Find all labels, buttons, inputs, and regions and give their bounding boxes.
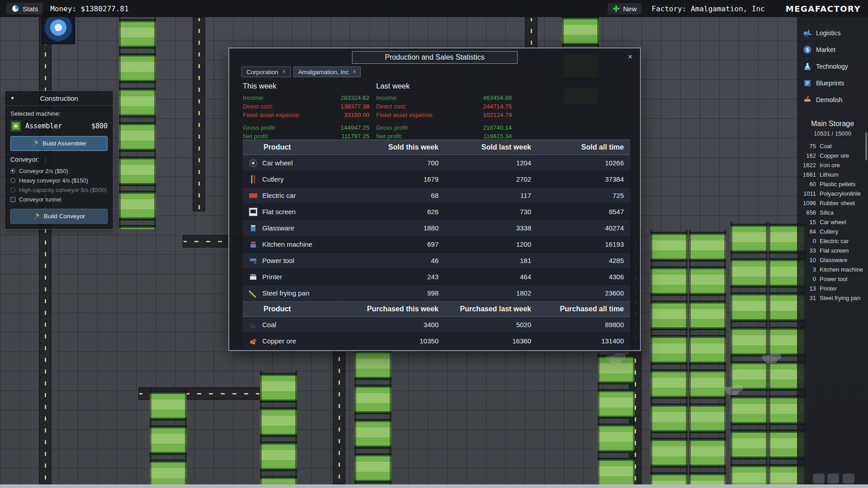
storage-row: 33Flat screen <box>797 246 868 255</box>
collapse-arrow-icon[interactable]: ▼ <box>10 95 15 101</box>
sold-this-week-value: 998 <box>352 289 445 297</box>
product-name: Glassware <box>262 224 294 232</box>
stats-button[interactable]: Stats <box>6 3 43 14</box>
sidebar-item-logistics[interactable]: Logistics <box>797 24 868 41</box>
storage-row: 15Car wheel <box>797 217 868 227</box>
product-name: Power tool <box>262 257 294 264</box>
storage-row: 1096Rubber sheet <box>797 198 868 208</box>
sold-row-steel-frying-pan: Steel frying pan 998 1802 23600 <box>243 285 630 301</box>
build-conveyor-button[interactable]: Build Conveyor <box>10 209 108 224</box>
storage-scrollbar[interactable] <box>865 132 867 160</box>
cutlery-icon <box>249 175 257 183</box>
sold-all-time-value: 725 <box>538 192 630 199</box>
pie-chart-icon <box>11 5 19 13</box>
car-wheel-icon <box>249 159 257 167</box>
sold-row-kitchen-machine: Kitchen machine 697 1200 16193 <box>243 236 630 253</box>
corner-button-3[interactable] <box>843 474 854 483</box>
sidebar-item-demolish[interactable]: Demolish <box>797 91 868 108</box>
gross-profit-label: Gross profit: <box>376 123 410 132</box>
storage-row: 10Glassware <box>797 255 868 265</box>
checkbox-icon[interactable] <box>10 197 15 202</box>
corner-button-1[interactable] <box>813 474 825 483</box>
tab-close-icon[interactable]: × <box>353 69 356 75</box>
selected-machine-row[interactable]: Assembler $800 <box>10 121 108 131</box>
bottom-edge-bar <box>0 484 868 488</box>
purchased-this-week-value: 3400 <box>352 321 445 328</box>
storage-name: Cutlery <box>820 228 838 235</box>
corner-button-2[interactable] <box>827 474 839 483</box>
conveyor-option-label: Heavy conveyor 4/s ($150) <box>19 177 88 184</box>
storage-name: Glassware <box>820 257 847 263</box>
storage-qty: 0 <box>797 276 816 282</box>
machine-price: $800 <box>91 122 108 130</box>
money-display: Money: $1380277.81 <box>50 5 128 13</box>
top-bar: Stats Money: $1380277.81 New Factory: Am… <box>0 0 868 17</box>
storage-row: 0Electric car <box>797 236 868 246</box>
storage-row: 84Cutlery <box>797 227 868 236</box>
net-profit-value: 116615.34 <box>483 132 512 141</box>
sidebar-item-market[interactable]: $ Market <box>797 41 868 58</box>
storage-row: 0Power tool <box>797 274 868 284</box>
storage-name: Car wheel <box>820 219 846 225</box>
machine-column-decoration <box>598 352 635 484</box>
tab-close-icon[interactable]: × <box>283 69 286 75</box>
kitchen-machine-icon <box>249 240 257 249</box>
radio-icon[interactable] <box>10 178 15 183</box>
conveyor-option-standard[interactable]: Conveyor 2/s ($50) <box>10 166 108 176</box>
machine-column-decoration <box>260 371 297 484</box>
product-name: Car wheel <box>262 159 293 167</box>
sold-last-week-value: 2702 <box>445 175 538 183</box>
storage-qty: 31 <box>797 295 816 301</box>
tab-label: Amalgamation, Inc <box>298 69 349 75</box>
storage-qty: 1096 <box>797 200 816 206</box>
plus-icon <box>613 5 620 12</box>
tab-bar: Corporation × Amalgamation, Inc × <box>241 66 640 77</box>
conveyor-section-label: Conveyor: <box>10 156 108 163</box>
conveyor-tunnel-option[interactable]: Conveyor tunnel <box>10 195 108 204</box>
storage-name: Plastic pellets <box>820 181 855 188</box>
close-icon[interactable]: × <box>625 52 636 62</box>
tab-amalgamation-inc[interactable]: Amalgamation, Inc × <box>293 66 361 77</box>
build-assembler-label: Build Assembler <box>42 140 86 147</box>
modal-header: Production and Sales Statistics × <box>229 48 640 66</box>
sidebar-item-technology[interactable]: Technology <box>797 58 868 75</box>
conveyor-option-label: Conveyor 2/s ($50) <box>19 168 68 174</box>
hammer-icon <box>33 213 40 220</box>
steel-frying-pan-icon <box>249 289 257 297</box>
storage-qty: 1011 <box>797 190 816 197</box>
sidebar-item-label: Blueprints <box>816 80 844 87</box>
fixed-asset-expense-value: 33150.00 <box>344 111 369 119</box>
storage-qty: 13 <box>797 285 816 292</box>
build-assembler-button[interactable]: Build Assembler <box>10 136 108 151</box>
sold-table: Product Sold this week Sold last week So… <box>243 140 630 301</box>
conveyor-option-heavy[interactable]: Heavy conveyor 4/s ($150) <box>10 176 108 185</box>
storage-qty: 60 <box>797 181 816 188</box>
new-factory-button[interactable]: New <box>608 3 642 14</box>
net-profit-value: 111797.25 <box>341 132 369 141</box>
tab-corporation[interactable]: Corporation × <box>241 66 291 77</box>
hammer-icon <box>32 140 39 147</box>
storage-name: Flat screen <box>820 247 849 254</box>
conveyor-option-label: High-capacity conveyor 8/s ($500) <box>19 187 107 193</box>
construction-header[interactable]: ▼ Construction <box>5 91 113 106</box>
purchased-this-week-value: 10350 <box>352 337 445 345</box>
conveyor-lane-decoration <box>39 17 52 484</box>
header-sold-last-week: Sold last week <box>445 143 538 151</box>
logistics-icon <box>803 28 812 38</box>
construction-title: Construction <box>40 94 78 102</box>
sidebar-item-blueprints[interactable]: Blueprints <box>797 75 868 91</box>
storage-qty: 75 <box>797 143 816 150</box>
radio-selected-icon[interactable] <box>10 169 15 174</box>
demolish-icon <box>803 95 812 104</box>
product-name: Cutlery <box>262 175 284 183</box>
construction-panel: ▼ Construction Selected machine: Assembl… <box>5 90 113 230</box>
fixed-asset-expense-label: Fixed asset expense: <box>243 111 301 119</box>
sold-last-week-value: 1200 <box>445 240 538 248</box>
product-name: Electric car <box>262 192 296 199</box>
storage-row: 31Steel frying pan <box>797 293 868 303</box>
purchased-last-week-value: 16360 <box>445 337 538 345</box>
sidebar: Logistics $ Market Technology Blueprints <box>797 17 868 488</box>
sold-last-week-value: 181 <box>445 257 538 264</box>
modal-title[interactable]: Production and Sales Statistics <box>352 51 518 64</box>
purchased-all-time-value: 131400 <box>538 337 630 345</box>
